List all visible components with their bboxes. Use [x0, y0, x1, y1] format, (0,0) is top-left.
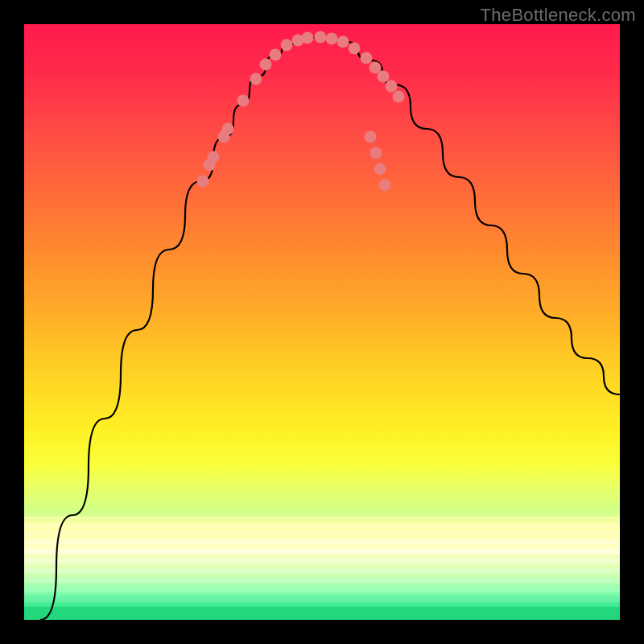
data-dot	[365, 131, 377, 143]
data-dot	[378, 71, 390, 83]
data-dot	[250, 73, 262, 85]
data-dot	[302, 32, 314, 44]
bottleneck-curve-path	[40, 37, 620, 620]
data-dot	[349, 43, 361, 55]
data-dot	[270, 49, 282, 61]
data-dot	[315, 31, 327, 43]
data-dot	[237, 95, 250, 107]
data-dot	[361, 52, 373, 64]
data-dot	[260, 59, 272, 71]
data-dot	[370, 147, 382, 159]
bottleneck-curve-svg	[24, 24, 620, 620]
data-dot	[379, 180, 391, 192]
data-dot	[386, 80, 398, 93]
data-dot	[281, 39, 293, 52]
curve-data-dots	[197, 31, 405, 192]
chart-frame	[24, 24, 620, 620]
data-dot	[197, 175, 209, 188]
data-dot	[337, 36, 349, 48]
watermark-text: TheBottleneck.com	[481, 5, 636, 26]
data-dot	[326, 33, 338, 45]
data-dot	[393, 91, 405, 103]
data-dot	[374, 163, 386, 175]
data-dot	[222, 123, 234, 135]
data-dot	[208, 151, 220, 163]
